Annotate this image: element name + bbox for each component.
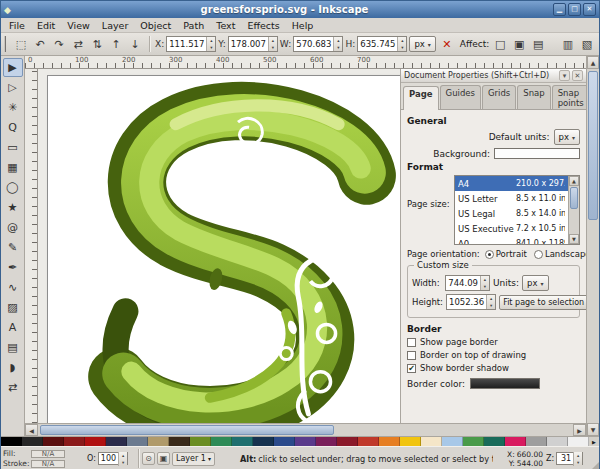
- titlebar[interactable]: ◆ greensforsprio.svg - Inkscape ▁ □ ✕: [1, 1, 599, 18]
- palette-swatch[interactable]: [190, 437, 211, 446]
- v-scroll-thumb[interactable]: [588, 71, 598, 220]
- horizontal-scrollbar[interactable]: ◀ ▶: [25, 423, 586, 436]
- x-spinner[interactable]: ▴▾: [206, 37, 215, 51]
- bezier-pen-tool[interactable]: ✒: [3, 258, 23, 277]
- layer-selector[interactable]: Layer 1▾: [172, 452, 215, 466]
- palette-swatch[interactable]: [568, 437, 589, 446]
- w-input[interactable]: 570.683 ▴▾: [293, 36, 343, 52]
- rotate-cw-button[interactable]: ↷: [50, 35, 68, 53]
- palette-swatch[interactable]: [379, 437, 400, 446]
- dock-collapse-icon[interactable]: ▾: [559, 70, 570, 81]
- border-color-swatch[interactable]: [470, 378, 540, 389]
- palette-swatch[interactable]: [211, 437, 232, 446]
- calligraphy-tool[interactable]: ∿: [3, 278, 23, 297]
- zoom-spinner[interactable]: ▴▾: [573, 452, 582, 466]
- palette-scroll-icon[interactable]: ▶: [589, 437, 599, 446]
- width-input[interactable]: 744.09 ▴▾: [445, 275, 490, 291]
- fit-page-to-selection-button[interactable]: Fit page to selection: [499, 295, 586, 310]
- checkbox-border-on-top-of-drawing[interactable]: Border on top of drawing: [407, 350, 580, 360]
- menu-path[interactable]: Path: [177, 19, 210, 32]
- y-input[interactable]: 178.007 ▴▾: [228, 36, 278, 52]
- palette-swatch[interactable]: [337, 437, 358, 446]
- tab-snap[interactable]: Snap: [517, 85, 550, 109]
- menu-object[interactable]: Object: [134, 19, 177, 32]
- palette-swatch[interactable]: [232, 437, 253, 446]
- menu-layer[interactable]: Layer: [96, 19, 135, 32]
- v-ruler[interactable]: [25, 69, 38, 423]
- palette-swatch[interactable]: [463, 437, 484, 446]
- star-tool[interactable]: ★: [3, 198, 23, 217]
- default-units-dropdown[interactable]: px▾: [554, 129, 580, 145]
- scroll-down-icon[interactable]: ▼: [569, 234, 579, 244]
- height-input[interactable]: 1052.36 ▴▾: [446, 294, 496, 310]
- vertical-scrollbar[interactable]: ▲ ▼: [586, 56, 599, 436]
- format-row-us-executive[interactable]: US Executive7.2 x 10.5 in: [455, 221, 568, 236]
- resize-grip[interactable]: [591, 462, 599, 469]
- menu-edit[interactable]: Edit: [31, 19, 61, 32]
- menu-view[interactable]: View: [61, 19, 96, 32]
- height-spinner[interactable]: ▴▾: [486, 295, 495, 309]
- background-color-swatch[interactable]: [494, 148, 580, 159]
- canvas[interactable]: [38, 69, 400, 423]
- palette-swatch[interactable]: [169, 437, 190, 446]
- orientation-landscape[interactable]: Landscape: [534, 249, 586, 259]
- close-button[interactable]: ✕: [583, 3, 596, 16]
- layer-visibility-icon[interactable]: ⊙: [142, 452, 155, 465]
- node-editor-tool[interactable]: ▷: [3, 78, 23, 97]
- select-all-button[interactable]: ⬚: [12, 35, 30, 53]
- rotate-ccw-button[interactable]: ↶: [31, 35, 49, 53]
- palette-swatch[interactable]: [526, 437, 547, 446]
- x-input[interactable]: 111.517 ▴▾: [166, 36, 216, 52]
- palette-swatch[interactable]: [253, 437, 274, 446]
- spiral-tool[interactable]: @: [3, 218, 23, 237]
- toolbar-grip[interactable]: [4, 36, 8, 52]
- scroll-right-icon[interactable]: ▶: [573, 424, 586, 436]
- snap-nodes-toggle[interactable]: ▧: [578, 35, 596, 53]
- menu-effects[interactable]: Effects: [241, 19, 285, 32]
- text-tool[interactable]: A: [3, 318, 23, 337]
- scroll-down-icon[interactable]: ▼: [587, 423, 599, 436]
- menu-help[interactable]: Help: [286, 19, 320, 32]
- ellipse-tool[interactable]: ◯: [3, 178, 23, 197]
- palette-swatch[interactable]: [106, 437, 127, 446]
- tweak-tool[interactable]: ✳: [3, 98, 23, 117]
- menu-text[interactable]: Text: [210, 19, 241, 32]
- palette-swatch[interactable]: [358, 437, 379, 446]
- connector-tool[interactable]: ⇄: [3, 378, 23, 397]
- scroll-up-icon[interactable]: ▲: [587, 56, 599, 69]
- 3d-box-tool[interactable]: ▦: [3, 158, 23, 177]
- palette-swatch[interactable]: [400, 437, 421, 446]
- h-ruler[interactable]: 0100200300400500600700: [25, 56, 586, 69]
- y-spinner[interactable]: ▴▾: [268, 37, 277, 51]
- palette-swatch[interactable]: [85, 437, 106, 446]
- format-row-a4[interactable]: A4210.0 x 297.0 mm: [455, 176, 568, 191]
- palette-swatch[interactable]: [22, 437, 43, 446]
- checkbox-show-page-border[interactable]: Show page border: [407, 337, 580, 347]
- palette-swatch[interactable]: [316, 437, 337, 446]
- paint-bucket-tool[interactable]: ▨: [3, 298, 23, 317]
- orientation-portrait[interactable]: Portrait: [485, 249, 527, 259]
- format-row-us-legal[interactable]: US Legal8.5 x 14.0 in: [455, 206, 568, 221]
- palette-swatch[interactable]: [442, 437, 463, 446]
- affect-stroke-toggle[interactable]: □: [491, 35, 509, 53]
- palette-swatch[interactable]: [505, 437, 526, 446]
- snap-bbox-toggle[interactable]: ▥: [559, 35, 577, 53]
- fill-stroke-indicator[interactable]: Fill: N/A Stroke: N/A: [1, 447, 85, 469]
- palette-swatch[interactable]: [64, 437, 85, 446]
- pencil-tool[interactable]: ✎: [3, 238, 23, 257]
- checkbox-show-border-shadow[interactable]: ✔Show border shadow: [407, 363, 580, 373]
- palette-swatch[interactable]: [148, 437, 169, 446]
- gradient-tool[interactable]: ▤: [3, 338, 23, 357]
- palette-swatch[interactable]: [484, 437, 505, 446]
- lower-button[interactable]: ↓: [126, 35, 144, 53]
- tab-snap-points[interactable]: Snap points: [552, 85, 590, 109]
- dock-close-icon[interactable]: ✕: [572, 70, 583, 81]
- tab-grids[interactable]: Grids: [482, 85, 516, 109]
- h-spinner[interactable]: ▴▾: [397, 37, 406, 51]
- opacity-input[interactable]: 100 ▴▾: [98, 452, 128, 465]
- palette-swatch[interactable]: [295, 437, 316, 446]
- palette-swatch[interactable]: [1, 437, 22, 446]
- flip-horizontal-button[interactable]: ⇄: [69, 35, 87, 53]
- affect-gradients-toggle[interactable]: ▤: [529, 35, 547, 53]
- list-scrollbar[interactable]: ▲ ▼: [568, 176, 579, 244]
